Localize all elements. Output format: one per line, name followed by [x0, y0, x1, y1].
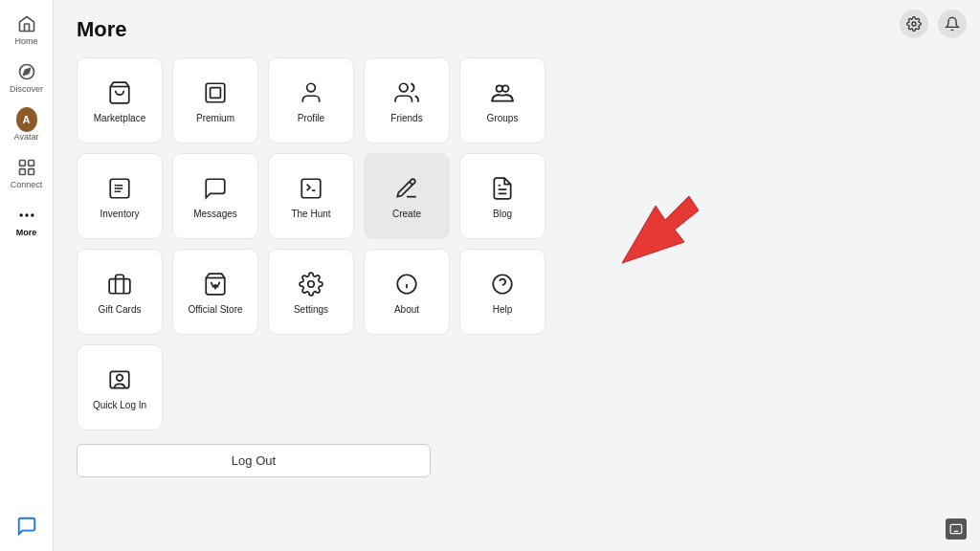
svg-rect-3 — [28, 161, 33, 166]
store-icon — [201, 270, 230, 298]
grid-item-thehunt[interactable]: The Hunt — [268, 153, 354, 239]
thehunt-label: The Hunt — [291, 209, 330, 219]
svg-point-12 — [307, 83, 316, 92]
logout-button[interactable]: Log Out — [77, 444, 431, 477]
grid-item-profile[interactable]: Profile — [268, 57, 354, 143]
svg-point-13 — [399, 83, 408, 92]
grid-item-groups[interactable]: Groups — [459, 57, 546, 143]
sidebar-item-avatar[interactable]: A Avatar — [4, 103, 50, 147]
svg-point-6 — [19, 213, 22, 216]
grid-item-giftcards[interactable]: Gift Cards — [77, 249, 163, 335]
svg-point-35 — [912, 22, 916, 26]
profile-label: Profile — [298, 113, 324, 123]
premium-icon — [201, 78, 230, 107]
sidebar-item-home[interactable]: Home — [4, 8, 50, 52]
create-icon — [392, 174, 421, 203]
svg-point-15 — [502, 85, 509, 92]
discover-icon — [16, 61, 37, 82]
svg-point-18 — [115, 187, 117, 188]
svg-rect-11 — [211, 87, 221, 98]
officialstore-label: Official Store — [188, 304, 242, 315]
marketplace-label: Marketplace — [94, 113, 145, 123]
sidebar-item-discover-label: Discover — [10, 84, 43, 94]
giftcards-label: Gift Cards — [98, 304, 141, 315]
avatar-icon: A — [16, 109, 37, 130]
sidebar-item-connect-label: Connect — [11, 180, 43, 189]
svg-point-14 — [497, 85, 503, 92]
grid-item-blog[interactable]: Blog — [459, 153, 546, 239]
friends-label: Friends — [390, 113, 422, 123]
grid-item-marketplace[interactable]: Marketplace — [77, 57, 163, 143]
top-right-toolbar — [900, 10, 967, 38]
svg-marker-1 — [23, 68, 30, 75]
svg-point-19 — [115, 190, 117, 192]
sidebar-item-home-label: Home — [14, 36, 37, 46]
grid-item-friends[interactable]: Friends — [364, 57, 450, 143]
bag-icon — [105, 78, 134, 107]
svg-rect-10 — [206, 83, 225, 102]
help-icon — [488, 270, 517, 298]
svg-point-17 — [115, 184, 117, 186]
svg-rect-23 — [109, 278, 130, 293]
sidebar-item-more[interactable]: More — [4, 199, 50, 243]
svg-point-34 — [117, 374, 123, 381]
quicklogin-icon — [105, 365, 134, 394]
main-content: More Marketplace Premium Profile — [54, 0, 980, 551]
svg-point-27 — [308, 280, 315, 287]
grid-item-help[interactable]: Help — [459, 249, 546, 335]
settings-button[interactable] — [900, 10, 928, 38]
friends-icon — [392, 78, 421, 107]
sidebar-item-discover[interactable]: Discover — [4, 55, 50, 99]
menu-grid: Marketplace Premium Profile Friends — [77, 57, 957, 430]
chat-button[interactable] — [13, 513, 40, 540]
settings-label: Settings — [294, 304, 328, 315]
connect-icon — [16, 157, 37, 178]
messages-label: Messages — [193, 209, 237, 219]
grid-item-create[interactable]: Create — [364, 153, 450, 239]
quicklogin-label: Quick Log In — [93, 400, 146, 410]
settings-icon — [297, 270, 325, 298]
home-icon — [16, 13, 37, 34]
svg-rect-20 — [301, 179, 321, 198]
svg-rect-5 — [28, 169, 33, 175]
bell-button[interactable] — [938, 10, 967, 38]
svg-rect-2 — [19, 161, 25, 166]
about-label: About — [394, 304, 419, 315]
grid-item-about[interactable]: About — [364, 249, 450, 335]
inventory-label: Inventory — [100, 209, 139, 219]
premium-label: Premium — [196, 113, 234, 123]
messages-icon — [201, 174, 230, 203]
blog-icon — [488, 174, 517, 203]
grid-item-officialstore[interactable]: Official Store — [172, 249, 258, 335]
grid-item-messages[interactable]: Messages — [172, 153, 258, 239]
groups-icon — [488, 78, 517, 107]
svg-rect-37 — [950, 524, 962, 533]
help-label: Help — [493, 304, 513, 315]
svg-point-7 — [25, 213, 28, 216]
groups-label: Groups — [487, 113, 519, 123]
svg-point-31 — [493, 275, 512, 294]
profile-icon — [297, 78, 325, 107]
grid-item-premium[interactable]: Premium — [172, 57, 258, 143]
sidebar-item-avatar-label: Avatar — [14, 132, 39, 142]
logout-row: Log Out — [77, 444, 957, 477]
grid-item-inventory[interactable]: Inventory — [77, 153, 163, 239]
sidebar-item-more-label: More — [16, 228, 37, 237]
sidebar-item-connect[interactable]: Connect — [4, 151, 50, 195]
svg-point-8 — [31, 213, 33, 216]
blog-label: Blog — [493, 209, 512, 219]
keyboard-shortcut-button[interactable] — [946, 518, 967, 540]
more-icon — [16, 205, 37, 226]
sidebar: Home Discover A Avatar Connect — [0, 0, 54, 551]
hunt-icon — [297, 174, 325, 203]
grid-item-settings[interactable]: Settings — [268, 249, 354, 335]
grid-item-quicklogin[interactable]: Quick Log In — [77, 344, 163, 430]
page-title: More — [77, 17, 957, 42]
giftcard-icon — [105, 270, 134, 298]
svg-rect-4 — [19, 169, 25, 175]
inventory-icon — [105, 174, 134, 203]
about-icon — [392, 270, 421, 298]
create-label: Create — [392, 209, 421, 219]
